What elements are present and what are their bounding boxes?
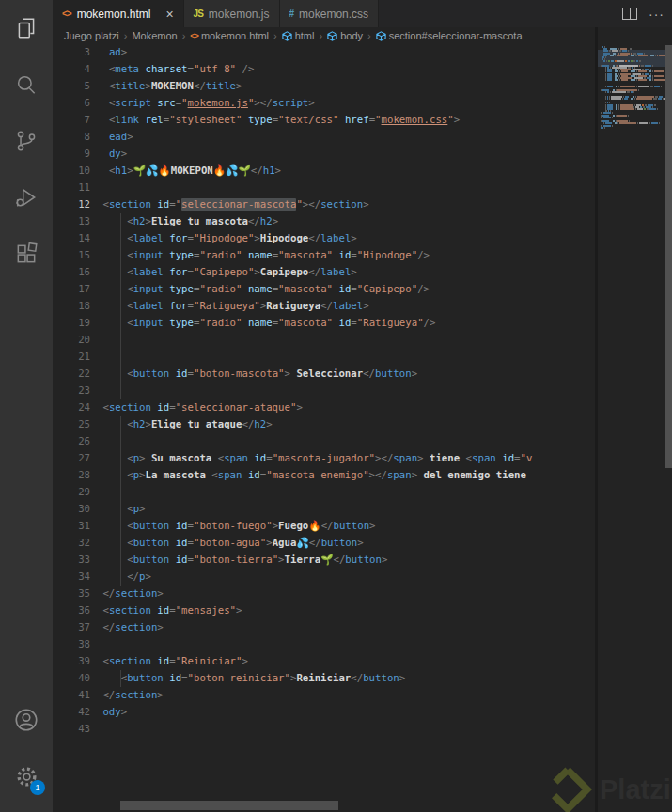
tab-label: mokemon.js xyxy=(209,8,270,21)
code-line[interactable]: 32 <button id="boton-agua">Agua💦</button… xyxy=(53,535,594,552)
line-number: 31 xyxy=(53,518,90,535)
minimap-line xyxy=(602,55,668,56)
extensions-icon[interactable] xyxy=(4,231,49,276)
code-line[interactable]: 21 xyxy=(53,349,594,366)
line-number: 41 xyxy=(53,687,90,704)
line-number: 36 xyxy=(53,602,90,619)
code-line[interactable]: 10 <h1>🌱💦🔥MOKEPON🔥💦🌱</h1> xyxy=(53,163,594,180)
line-content: <title>MOKEMON</title> xyxy=(97,78,242,95)
tab-label: mokemon.html xyxy=(77,8,151,21)
line-number: 30 xyxy=(53,501,90,518)
code-line[interactable]: 38 xyxy=(53,636,594,653)
run-and-debug-icon[interactable] xyxy=(4,175,49,220)
code-line[interactable]: 6 <script src="mokemon.js"></script> xyxy=(53,95,594,112)
code-line[interactable]: 8 ead> xyxy=(53,129,594,146)
line-content: <input type="radio" name="mascota" id="R… xyxy=(97,315,435,332)
code-line[interactable]: 29 xyxy=(53,484,594,501)
line-content: </section> xyxy=(97,586,164,602)
line-number: 33 xyxy=(53,552,90,569)
tab-mokemon-html[interactable]: <> mokemon.html × xyxy=(53,0,184,27)
breadcrumb-separator: › xyxy=(367,30,371,41)
code-line[interactable]: 11 xyxy=(53,180,594,196)
code-line[interactable]: 16 <label for="Capipepo">Capipepo</label… xyxy=(53,264,594,281)
code-line[interactable]: 24 <section id="seleccionar-ataque"> xyxy=(53,399,594,416)
code-line[interactable]: 17 <input type="radio" name="mascota" id… xyxy=(53,281,594,298)
code-line[interactable]: 42 ody> xyxy=(53,704,594,721)
breadcrumb-item[interactable]: body xyxy=(327,30,363,41)
indent-guide xyxy=(120,416,121,586)
breadcrumb-label: html xyxy=(295,30,315,41)
close-tab-icon[interactable]: × xyxy=(165,8,173,21)
line-content: <meta charset="utf-8" /> xyxy=(97,61,254,78)
minimap-line xyxy=(605,86,663,87)
code-line[interactable]: 7 <link rel="stylesheet" type="text/css"… xyxy=(53,112,594,129)
line-content: <label for="Capipepo">Capipepo</label> xyxy=(97,264,357,281)
code-line[interactable]: 33 <button id="boton-tierra">Tierra🌱</bu… xyxy=(53,552,594,569)
breadcrumb-item[interactable]: section#seleccionar-mascota xyxy=(376,30,523,41)
code-line[interactable]: 43 xyxy=(53,721,594,738)
horizontal-scrollbar[interactable] xyxy=(120,801,338,810)
vertical-scrollbar[interactable] xyxy=(665,45,672,468)
code-line[interactable]: 39 <section id="Reiniciar"> xyxy=(53,653,594,670)
code-line[interactable]: 36 <section id="mensajes"> xyxy=(53,602,594,619)
code-line[interactable]: 41 </section> xyxy=(53,687,594,704)
line-content: ead> xyxy=(97,129,133,146)
code-line[interactable]: 30 <p> xyxy=(53,501,594,518)
line-number: 18 xyxy=(53,298,90,315)
settings-gear-icon[interactable]: 1 xyxy=(4,754,49,799)
code-line[interactable]: 13 <h2>Elige tu mascota</h2> xyxy=(53,213,594,230)
code-line[interactable]: 35 </section> xyxy=(53,586,594,602)
code-line[interactable]: 19 <input type="radio" name="mascota" id… xyxy=(53,315,594,332)
more-actions-icon[interactable]: ··· xyxy=(649,7,664,22)
code-line[interactable]: 14 <label for="Hipodoge">Hipodoge</label… xyxy=(53,230,594,247)
line-number: 24 xyxy=(53,399,90,416)
breadcrumb-item[interactable]: html xyxy=(282,30,315,41)
code-editor[interactable]: 3 ad>4 <meta charset="utf-8" />5 <title>… xyxy=(53,44,594,787)
line-content: </section> xyxy=(97,619,164,636)
line-content: <input type="radio" name="mascota" id="C… xyxy=(97,281,430,298)
split-editor-icon[interactable] xyxy=(622,8,637,20)
tab-mokemon-js[interactable]: JS mokemon.js xyxy=(184,0,280,27)
line-content: <button id="boton-tierra">Tierra🌱</butto… xyxy=(97,552,387,569)
js-file-icon: JS xyxy=(194,8,203,19)
code-line[interactable]: 25 <h2>Elige tu ataque</h2> xyxy=(53,416,594,433)
code-line[interactable]: 5 <title>MOKEMON</title> xyxy=(53,78,594,95)
code-line[interactable]: 27 <p> Su mascota <span id="mascota-juga… xyxy=(53,450,594,467)
code-line[interactable]: 23 xyxy=(53,383,594,399)
line-number: 19 xyxy=(53,315,90,332)
minimap-line xyxy=(602,60,641,62)
code-line[interactable]: 15 <input type="radio" name="mascota" id… xyxy=(53,247,594,264)
code-line[interactable]: 18 <label for="Ratigueya">Ratigueya</lab… xyxy=(53,298,594,315)
breadcrumb-item[interactable]: <>mokemon.html xyxy=(190,30,269,41)
search-icon[interactable] xyxy=(4,62,49,107)
account-icon[interactable] xyxy=(4,697,49,742)
symbol-cube-icon xyxy=(282,31,292,41)
minimap-line xyxy=(605,91,635,93)
minimap-line xyxy=(605,98,669,100)
code-line[interactable]: 4 <meta charset="utf-8" /> xyxy=(53,61,594,78)
line-number: 8 xyxy=(53,129,90,146)
line-number: 13 xyxy=(53,213,90,230)
editor-group: <> mokemon.html × JS mokemon.js # mokemo… xyxy=(53,0,672,812)
breadcrumb-item[interactable]: Mokemon xyxy=(132,30,177,41)
code-line[interactable]: 34 </p> xyxy=(53,569,594,586)
code-line[interactable]: 9 dy> xyxy=(53,146,594,163)
code-line[interactable]: 3 ad> xyxy=(53,44,594,61)
breadcrumb-item[interactable]: Juego platzi xyxy=(64,30,119,41)
code-line[interactable]: 37 </section> xyxy=(53,619,594,636)
code-line[interactable]: 12 <section id="seleccionar-mascota"></s… xyxy=(53,196,594,213)
source-control-icon[interactable] xyxy=(4,118,49,164)
line-content: <button id="boton-reiniciar">Reiniciar</… xyxy=(97,670,405,687)
line-number: 39 xyxy=(53,653,90,670)
code-line[interactable]: 40 <button id="boton-reiniciar">Reinicia… xyxy=(53,670,594,687)
explorer-icon[interactable] xyxy=(4,6,49,51)
code-line[interactable]: 31 <button id="boton-fuego">Fuego🔥</butt… xyxy=(53,518,594,535)
code-line[interactable]: 22 <button id="boton-mascota"> Seleccion… xyxy=(53,366,594,383)
code-line[interactable]: 28 <p>La mascota <span id="mascota-enemi… xyxy=(53,467,594,484)
minimap[interactable] xyxy=(595,27,668,812)
line-number: 37 xyxy=(53,619,90,636)
code-line[interactable]: 20 xyxy=(53,332,594,349)
line-number: 3 xyxy=(53,44,90,61)
tab-mokemon-css[interactable]: # mokemon.css xyxy=(280,0,380,27)
code-line[interactable]: 26 xyxy=(53,433,594,450)
